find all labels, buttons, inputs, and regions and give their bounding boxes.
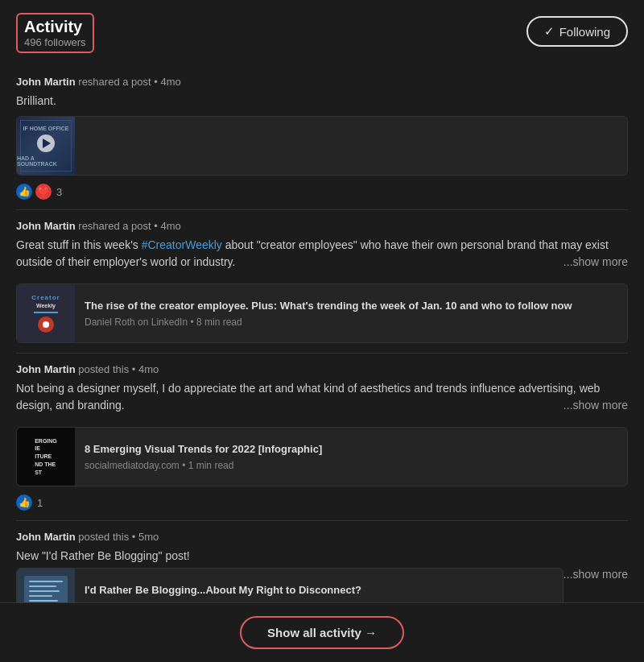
post-3-like-icon: 👍 [16, 494, 32, 511]
post-3-count: 1 [37, 497, 43, 509]
post-3-show-more[interactable]: ...show more [564, 397, 628, 414]
post-1-thumb: IF HOME OFFICE HAD A SOUNDTRACK [17, 117, 75, 175]
video-thumbnail: IF HOME OFFICE HAD A SOUNDTRACK [17, 117, 75, 175]
hashtag-creator-weekly[interactable]: #CreatorWeekly [142, 238, 222, 251]
play-icon [37, 134, 55, 152]
post-2-thumb: Creator Weekly [17, 284, 75, 342]
post-3-card[interactable]: ERGINGIEITUREND THEST 8 Emerging Visual … [16, 427, 628, 486]
post-3-meta: John Martin posted this • 4mo [16, 363, 628, 375]
post-2-card-sub: Daniel Roth on LinkedIn • 8 min read [85, 317, 617, 328]
check-icon: ✓ [544, 24, 555, 39]
followers-count: 496 followers [24, 36, 86, 48]
post-4-show-more[interactable]: ...show more [564, 568, 628, 581]
post-3-card-title: 8 Emerging Visual Trends for 2022 [Infog… [85, 442, 617, 457]
post-3-action: posted this • 4mo [78, 363, 159, 375]
activity-title-box: Activity 496 followers [16, 13, 94, 53]
post-4-text: New "I'd Rather Be Blogging" post! [16, 548, 628, 565]
trends-text: ERGINGIEITUREND THEST [31, 434, 60, 480]
post-3: John Martin posted this • 4mo Not being … [16, 354, 628, 521]
trends-thumbnail: ERGINGIEITUREND THEST [17, 428, 75, 486]
posts-feed: John Martin reshared a post • 4mo Brilli… [16, 66, 628, 662]
post-1-count: 3 [56, 186, 62, 198]
post-1-meta: John Martin reshared a post • 4mo [16, 76, 628, 88]
post-2-author: John Martin [16, 220, 76, 232]
post-2-text: Great stuff in this week's #CreatorWeekl… [16, 237, 628, 271]
following-button[interactable]: ✓ Following [526, 16, 628, 47]
post-2: John Martin reshared a post • 4mo Great … [16, 210, 628, 354]
post-2-show-more[interactable]: ...show more [564, 254, 628, 271]
post-3-text: Not being a designer myself, I do apprec… [16, 380, 628, 414]
post-3-card-sub: socialmediatoday.com • 1 min read [85, 460, 617, 471]
show-all-label: Show all activity → [267, 626, 377, 639]
post-1: John Martin reshared a post • 4mo Brilli… [16, 66, 628, 210]
post-2-card-info: The rise of the creator employee. Plus: … [75, 292, 627, 334]
post-4-meta: John Martin posted this • 5mo [16, 531, 628, 543]
post-3-card-info: 8 Emerging Visual Trends for 2022 [Infog… [75, 436, 627, 478]
post-1-card[interactable]: IF HOME OFFICE HAD A SOUNDTRACK [16, 116, 628, 176]
post-1-author: John Martin [16, 76, 76, 88]
post-4-card-title: I'd Rather Be Blogging...About My Right … [85, 583, 553, 598]
post-1-text: Brilliant. [16, 93, 628, 110]
activity-header: Activity 496 followers ✓ Following [16, 13, 628, 53]
footer: Show all activity → [0, 602, 644, 662]
heart-icon: ❤️ [35, 184, 52, 200]
post-2-card[interactable]: Creator Weekly The rise of the creator e… [16, 283, 628, 343]
post-2-card-title: The rise of the creator employee. Plus: … [85, 299, 617, 313]
post-4-action: posted this • 5mo [78, 531, 159, 543]
post-4-author: John Martin [16, 531, 76, 543]
post-2-meta: John Martin reshared a post • 4mo [16, 220, 628, 232]
following-label: Following [559, 25, 610, 39]
post-1-reactions: 👍 ❤️ 3 [16, 184, 628, 200]
post-3-thumb: ERGINGIEITUREND THEST [17, 428, 75, 486]
post-3-reactions: 👍 1 [16, 494, 628, 511]
show-all-activity-button[interactable]: Show all activity → [240, 616, 404, 649]
creator-thumbnail: Creator Weekly [17, 284, 75, 342]
post-3-author: John Martin [16, 363, 76, 375]
post-1-action: reshared a post • 4mo [78, 76, 180, 88]
post-2-action: reshared a post • 4mo [78, 220, 180, 232]
activity-title: Activity [24, 18, 86, 36]
post-1-card-info [75, 138, 627, 154]
like-icon: 👍 [16, 184, 32, 200]
